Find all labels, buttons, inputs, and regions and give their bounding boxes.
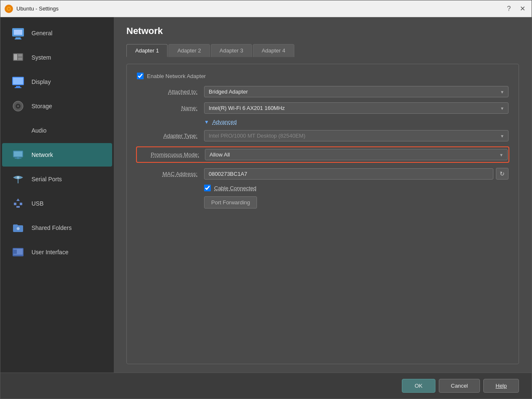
adapter-type-row: Adapter Type: Intel PRO/1000 MT Desktop … — [137, 130, 508, 141]
enable-network-label: Enable Network Adapter — [147, 73, 206, 79]
sidebar-label-storage: Storage — [31, 103, 52, 110]
svg-rect-4 — [14, 30, 22, 35]
storage-icon — [10, 99, 26, 114]
svg-rect-31 — [13, 250, 17, 254]
user-interface-icon — [10, 245, 26, 260]
shared-folders-icon: ⊕ — [10, 220, 26, 235]
name-select[interactable]: Intel(R) Wi-Fi 6 AX201 160MHz — [204, 102, 508, 114]
help-icon-btn[interactable]: ? — [504, 4, 514, 14]
port-forwarding-section: Port Forwarding — [137, 196, 508, 209]
svg-point-17 — [17, 105, 19, 107]
mac-address-row: MAC Address: ↻ — [137, 168, 508, 180]
sidebar-item-storage[interactable]: Storage — [2, 94, 112, 118]
svg-rect-8 — [14, 54, 17, 60]
tab-adapter-2[interactable]: Adapter 2 — [168, 44, 210, 57]
sidebar-item-audio[interactable]: Audio — [2, 119, 112, 142]
promiscuous-mode-label: Promiscuous Mode: — [138, 151, 205, 158]
sidebar-label-serial-ports: Serial Ports — [31, 176, 62, 183]
sidebar-item-shared-folders[interactable]: ⊕ Shared Folders — [2, 216, 112, 240]
sidebar-item-usb[interactable]: USB — [2, 192, 112, 215]
sidebar-label-audio: Audio — [31, 127, 47, 134]
svg-rect-13 — [16, 86, 20, 87]
cable-connected-label: Cable Connected — [214, 185, 256, 191]
svg-rect-5 — [16, 37, 21, 39]
advanced-label: Advanced — [212, 119, 237, 125]
adapter-tabs: Adapter 1 Adapter 2 Adapter 3 Adapter 4 — [126, 44, 519, 57]
sidebar-label-user-interface: User Interface — [31, 249, 68, 256]
svg-text:⊕: ⊕ — [16, 226, 20, 231]
svg-point-25 — [17, 176, 19, 179]
window-controls: ? ✕ — [504, 4, 527, 14]
svg-rect-9 — [18, 54, 22, 57]
name-label: Name: — [137, 105, 204, 111]
sidebar-item-serial-ports[interactable]: Serial Ports — [2, 167, 112, 191]
window-title: Ubuntu - Settings — [16, 5, 504, 12]
adapter-type-label: Adapter Type: — [137, 133, 204, 139]
svg-rect-27 — [20, 203, 22, 205]
sidebar-item-user-interface[interactable]: User Interface — [2, 240, 112, 264]
svg-rect-24 — [17, 157, 19, 159]
help-button[interactable]: Help — [483, 379, 519, 393]
name-row: Name: Intel(R) Wi-Fi 6 AX201 160MHz — [137, 102, 508, 114]
form-area: Enable Network Adapter Attached to: Brid… — [126, 64, 519, 364]
cable-connected-row: Cable Connected — [204, 185, 508, 191]
sidebar-item-system[interactable]: System — [2, 46, 112, 69]
ok-button[interactable]: OK — [402, 379, 435, 393]
promiscuous-mode-select[interactable]: Allow All Deny Allow VMs — [205, 149, 508, 160]
attached-to-select-wrapper: Bridged Adapter NAT Host-only Adapter In… — [204, 86, 508, 97]
close-button[interactable]: ✕ — [517, 4, 527, 14]
svg-rect-10 — [18, 57, 22, 60]
svg-rect-22 — [14, 151, 22, 156]
adapter-type-select[interactable]: Intel PRO/1000 MT Desktop (82540EM) — [204, 130, 508, 141]
name-select-wrapper: Intel(R) Wi-Fi 6 AX201 160MHz — [204, 102, 508, 114]
mac-refresh-button[interactable]: ↻ — [496, 168, 508, 180]
mac-row-wrapper: ↻ — [204, 168, 508, 180]
serial-ports-icon — [10, 172, 26, 187]
advanced-toggle[interactable]: ▼ Advanced — [204, 119, 508, 125]
port-forwarding-button[interactable]: Port Forwarding — [204, 196, 257, 209]
system-icon — [10, 50, 26, 65]
attached-to-select[interactable]: Bridged Adapter NAT Host-only Adapter In… — [204, 86, 508, 97]
enable-network-checkbox[interactable] — [137, 73, 144, 79]
display-icon — [10, 74, 26, 89]
sidebar-label-network: Network — [31, 151, 53, 158]
sidebar-item-display[interactable]: Display — [2, 70, 112, 94]
svg-rect-12 — [13, 78, 23, 84]
title-bar: Ubuntu - Settings ? ✕ — [0, 0, 532, 17]
svg-point-2 — [8, 8, 10, 10]
general-icon — [10, 26, 26, 41]
right-panel: Network Adapter 1 Adapter 2 Adapter 3 Ad… — [114, 17, 532, 373]
attached-to-row: Attached to: Bridged Adapter NAT Host-on… — [137, 86, 508, 97]
adapter-type-select-wrapper: Intel PRO/1000 MT Desktop (82540EM) — [204, 130, 508, 141]
tab-adapter-3[interactable]: Adapter 3 — [211, 44, 252, 57]
app-icon — [5, 5, 13, 13]
tab-adapter-4[interactable]: Adapter 4 — [253, 44, 294, 57]
network-icon — [10, 147, 26, 162]
sidebar: General System — [0, 17, 114, 373]
svg-rect-26 — [14, 203, 16, 205]
tab-adapter-1[interactable]: Adapter 1 — [126, 44, 168, 57]
sidebar-label-shared-folders: Shared Folders — [31, 224, 72, 231]
sidebar-label-general: General — [31, 30, 52, 37]
svg-rect-6 — [15, 39, 21, 39]
svg-rect-14 — [15, 87, 21, 88]
sidebar-item-general[interactable]: General — [2, 21, 112, 45]
sidebar-label-usb: USB — [31, 200, 44, 207]
sidebar-label-system: System — [31, 54, 51, 61]
enable-network-row: Enable Network Adapter — [137, 73, 508, 79]
sidebar-item-network[interactable]: Network — [2, 143, 112, 167]
main-window: Ubuntu - Settings ? ✕ General — [0, 0, 532, 399]
mac-address-label: MAC Address: — [137, 171, 204, 177]
main-content: General System — [0, 17, 532, 373]
bottom-bar: OK Cancel Help — [0, 373, 532, 399]
promiscuous-select-wrapper: Allow All Deny Allow VMs — [205, 149, 508, 160]
attached-to-label: Attached to: — [137, 89, 204, 95]
cable-connected-checkbox[interactable] — [204, 185, 211, 191]
advanced-chevron-icon: ▼ — [204, 119, 209, 125]
page-title: Network — [126, 26, 519, 37]
mac-address-input[interactable] — [204, 168, 493, 180]
audio-icon — [10, 123, 26, 138]
cancel-button[interactable]: Cancel — [439, 379, 480, 393]
promiscuous-mode-row: Promiscuous Mode: Allow All Deny Allow V… — [136, 146, 509, 163]
usb-icon — [10, 196, 26, 211]
